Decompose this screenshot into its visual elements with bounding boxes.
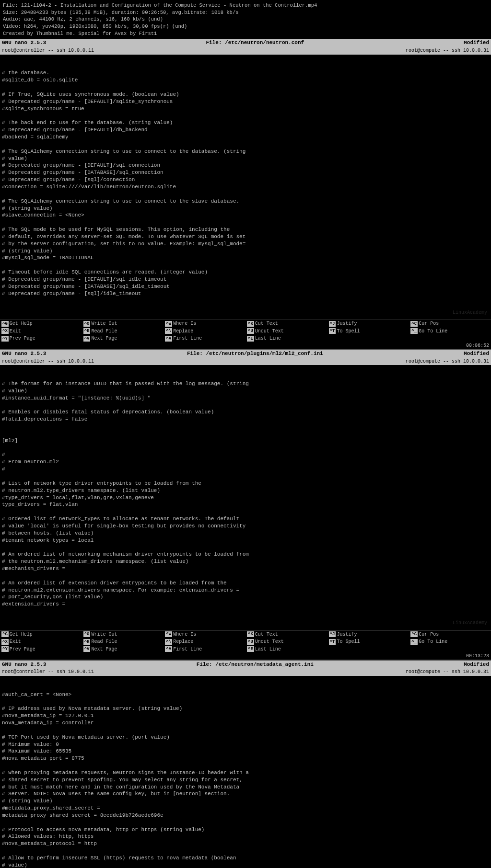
shortcut-key-15: ^E xyxy=(247,336,254,342)
shortcut-item-0: ^GGet Help xyxy=(0,320,82,328)
shortcut-label-4: Justify xyxy=(337,320,357,327)
shortcut-key-2: ^W xyxy=(165,321,172,327)
pane2-content: # The format for an instance UUID that i… xyxy=(0,365,491,630)
shortcut-label-1: Write Out xyxy=(91,631,117,638)
pane2-status-left: root@controller -- ssh 10.0.0.11 xyxy=(2,358,94,365)
shortcut-label-12: Prev Page xyxy=(10,335,35,342)
shortcut-key-11: ^_ xyxy=(410,328,418,334)
pane2-status-right: root@compute -- ssh 10.0.0.31 xyxy=(406,358,489,365)
shortcut-key-7: ^R xyxy=(83,639,91,645)
video-info-line2: Size: 204884233 bytes (195,39 MiB), dura… xyxy=(3,9,488,16)
shortcut-item-10: ^TTo Spell xyxy=(327,638,409,646)
pane1-header-left: GNU nano 2.5.3 xyxy=(2,39,46,46)
shortcut-label-0: Get Help xyxy=(10,320,33,327)
pane2-timestamp: 00:13:23 xyxy=(0,653,491,660)
shortcut-key-1: ^O xyxy=(83,631,91,637)
video-info-line4: Video: h264, yuv420p, 1920x1080, 850 kb/… xyxy=(3,23,488,30)
shortcut-label-5: Cur Pos xyxy=(419,320,439,327)
shortcut-item-8: ^\Replace xyxy=(164,638,246,646)
shortcut-label-1: Write Out xyxy=(91,320,117,327)
shortcut-item-15: ^ELast Line xyxy=(246,335,327,343)
shortcut-item-12: ^YPrev Page xyxy=(0,335,82,343)
shortcut-key-12: ^Y xyxy=(1,336,9,342)
shortcut-key-10: ^T xyxy=(329,639,336,645)
shortcut-item-4: ^JJustify xyxy=(327,320,409,328)
shortcut-key-8: ^\ xyxy=(165,328,172,334)
pane3: GNU nano 2.5.3 File: /etc/neutron/metada… xyxy=(0,661,491,868)
shortcut-label-10: To Spell xyxy=(337,639,360,645)
pane1-status-bar: root@controller -- ssh 10.0.0.11 root@co… xyxy=(0,47,491,55)
shortcut-label-6: Exit xyxy=(10,328,21,335)
shortcut-item-9: ^UUncut Text xyxy=(246,638,327,646)
video-info: File: 121-1104-2 - Installation and Conf… xyxy=(0,0,491,39)
shortcut-item-12: ^YPrev Page xyxy=(0,646,82,653)
pane3-content: #auth_ca_cert = <None> # IP address used… xyxy=(0,676,491,868)
video-info-line1: File: 121-1104-2 - Installation and Conf… xyxy=(3,2,488,9)
shortcut-label-11: Go To Line xyxy=(419,328,447,335)
shortcut-item-5: ^CCur Pos xyxy=(409,320,491,328)
shortcut-label-14: First Line xyxy=(173,335,202,342)
shortcut-key-0: ^G xyxy=(1,631,9,637)
shortcut-key-8: ^\ xyxy=(165,639,172,645)
shortcut-item-11: ^_Go To Line xyxy=(409,328,491,335)
pane2-header: GNU nano 2.5.3 File: /etc/neutron/plugin… xyxy=(0,350,491,358)
pane1-status-left: root@controller -- ssh 10.0.0.11 xyxy=(2,47,94,54)
shortcut-item-7: ^RRead File xyxy=(82,328,164,335)
shortcut-label-5: Cur Pos xyxy=(419,631,439,638)
shortcut-label-4: Justify xyxy=(337,631,357,638)
shortcut-item-6: ^XExit xyxy=(0,638,82,646)
shortcut-key-9: ^U xyxy=(247,639,254,645)
pane3-status-right: root@compute -- ssh 10.0.0.31 xyxy=(406,669,489,675)
shortcut-item-13: ^VNext Page xyxy=(82,646,164,653)
shortcut-key-12: ^Y xyxy=(1,646,9,652)
pane3-header: GNU nano 2.5.3 File: /etc/neutron/metada… xyxy=(0,661,491,669)
shortcut-label-13: Next Page xyxy=(91,335,117,342)
shortcut-key-5: ^C xyxy=(410,321,418,327)
shortcut-label-14: First Line xyxy=(173,646,202,653)
shortcut-item-9: ^UUncut Text xyxy=(246,328,327,335)
video-info-line3: Audio: aac, 44100 Hz, 2 channels, s16, 1… xyxy=(3,16,488,23)
pane3-header-center: File: /etc/neutron/metadata_agent.ini xyxy=(197,661,314,668)
shortcut-label-3: Cut Text xyxy=(255,631,278,638)
shortcut-key-13: ^V xyxy=(83,336,91,342)
pane1: GNU nano 2.5.3 File: /etc/neutron/neutro… xyxy=(0,39,491,349)
shortcut-item-14: ^AFirst Line xyxy=(164,335,246,343)
shortcut-item-1: ^OWrite Out xyxy=(82,631,164,639)
pane3-header-left: GNU nano 2.5.3 xyxy=(2,661,46,668)
shortcut-key-7: ^R xyxy=(83,328,91,334)
shortcut-item-2: ^WWhere Is xyxy=(164,631,246,639)
shortcut-key-14: ^A xyxy=(165,336,172,342)
shortcut-item-6: ^XExit xyxy=(0,328,82,335)
shortcut-key-6: ^X xyxy=(1,639,9,645)
shortcut-item-8: ^\Replace xyxy=(164,328,246,335)
shortcut-key-3: ^K xyxy=(247,631,254,637)
pane2-header-left: GNU nano 2.5.3 xyxy=(2,350,46,357)
shortcut-key-2: ^W xyxy=(165,631,172,637)
shortcut-label-11: Go To Line xyxy=(419,639,447,645)
shortcut-item-0: ^GGet Help xyxy=(0,631,82,639)
pane1-content: # the database. #sqlite_db = oslo.sqlite… xyxy=(0,55,491,320)
shortcut-label-6: Exit xyxy=(10,639,21,645)
shortcut-item-5: ^CCur Pos xyxy=(409,631,491,639)
shortcut-key-3: ^K xyxy=(247,321,254,327)
shortcut-key-10: ^T xyxy=(329,328,336,334)
pane1-header-center: File: /etc/neutron/neutron.conf xyxy=(206,39,304,46)
pane3-status-left: root@controller -- ssh 10.0.0.11 xyxy=(2,669,94,675)
shortcut-item-2: ^WWhere Is xyxy=(164,320,246,328)
pane1-shortcuts: ^GGet Help^OWrite Out^WWhere Is^KCut Tex… xyxy=(0,320,491,343)
shortcut-key-11: ^_ xyxy=(410,639,418,645)
pane2-text: # The format for an instance UUID that i… xyxy=(2,380,489,608)
shortcut-item-11: ^_Go To Line xyxy=(409,638,491,646)
shortcut-label-15: Last Line xyxy=(255,646,281,653)
shortcut-key-0: ^G xyxy=(1,321,9,327)
shortcut-item-3: ^KCut Text xyxy=(246,320,327,328)
shortcut-item-3: ^KCut Text xyxy=(246,631,327,639)
shortcut-key-15: ^E xyxy=(247,646,254,652)
shortcut-label-15: Last Line xyxy=(255,335,281,342)
shortcut-label-2: Where Is xyxy=(173,631,196,638)
pane1-header: GNU nano 2.5.3 File: /etc/neutron/neutro… xyxy=(0,39,491,47)
pane2-header-right: Modified xyxy=(464,350,489,357)
shortcut-label-12: Prev Page xyxy=(10,646,35,653)
shortcut-item-1: ^OWrite Out xyxy=(82,320,164,328)
shortcut-label-7: Read File xyxy=(91,328,117,335)
